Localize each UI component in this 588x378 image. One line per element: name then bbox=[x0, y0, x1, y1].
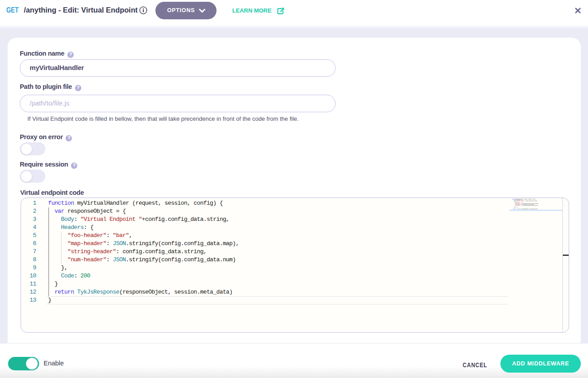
svg-text:i: i bbox=[142, 7, 144, 13]
